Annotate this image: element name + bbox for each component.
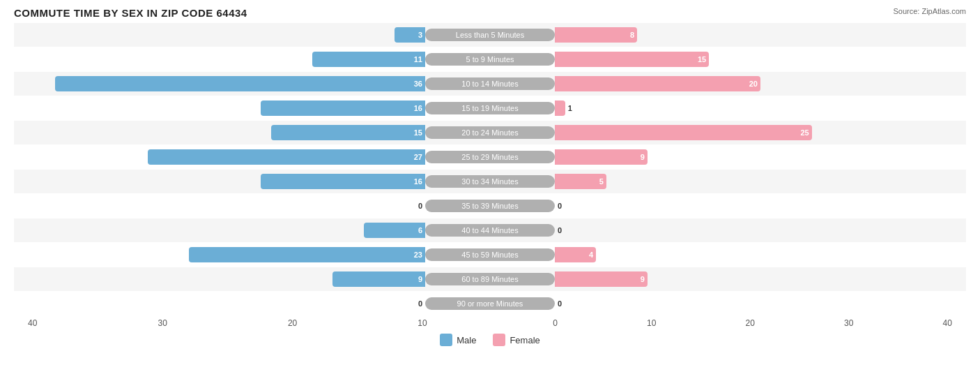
male-value: 6 — [418, 226, 422, 234]
axis-label: 20 — [746, 318, 755, 328]
male-value: 27 — [414, 153, 422, 161]
legend-row: Male Female — [14, 334, 966, 346]
female-section: 1 — [555, 96, 966, 120]
bars-area: 3Less than 5 Minutes8115 to 9 Minutes153… — [14, 23, 966, 315]
female-value: 9 — [641, 153, 645, 161]
female-section: 4 — [555, 243, 966, 267]
category-label: 5 to 9 Minutes — [425, 53, 555, 66]
axis-label: 40 — [943, 318, 952, 328]
female-legend-label: Female — [510, 335, 539, 345]
female-bar: 25 — [555, 125, 812, 140]
male-section: 9 — [14, 267, 425, 291]
female-bar: 4 — [555, 247, 596, 262]
female-legend-box — [493, 334, 505, 346]
female-section: 0 — [555, 292, 966, 315]
male-bar: 6 — [364, 223, 426, 238]
male-value: 16 — [414, 104, 422, 112]
female-value: 9 — [641, 275, 645, 283]
female-section: 5 — [555, 170, 966, 193]
male-bar: 9 — [332, 271, 425, 287]
male-section: 11 — [14, 47, 425, 71]
male-section: 0 — [14, 194, 425, 218]
bar-row: 1615 to 19 Minutes1 — [14, 96, 966, 120]
female-section: 9 — [555, 267, 966, 291]
bar-row: 3Less than 5 Minutes8 — [14, 23, 966, 47]
male-section: 15 — [14, 121, 425, 144]
female-bar: 9 — [555, 149, 648, 165]
female-bar: 20 — [555, 76, 760, 91]
female-section: 0 — [555, 218, 966, 242]
category-label: 10 to 14 Minutes — [425, 77, 555, 90]
female-value: 8 — [630, 31, 634, 39]
chart-container: COMMUTE TIME BY SEX IN ZIP CODE 64434 So… — [0, 0, 980, 365]
category-label: 45 to 59 Minutes — [425, 248, 555, 261]
category-label: 35 to 39 Minutes — [425, 200, 555, 212]
male-section: 23 — [14, 243, 425, 267]
axis-label: 0 — [553, 318, 558, 328]
axis-label: 10 — [418, 318, 427, 328]
female-bar: 9 — [555, 271, 648, 287]
source-label: Source: ZipAtlas.com — [893, 7, 966, 15]
female-value: 1 — [568, 104, 572, 112]
female-value: 0 — [558, 299, 562, 308]
axis-label: 40 — [28, 318, 37, 328]
bar-row: 960 to 89 Minutes9 — [14, 267, 966, 291]
female-bar: 5 — [555, 174, 606, 189]
male-value: 23 — [414, 251, 422, 259]
male-bar: 36 — [55, 76, 425, 91]
male-bar: 23 — [189, 247, 425, 262]
category-label: 60 to 89 Minutes — [425, 273, 555, 285]
female-bar: 15 — [555, 52, 709, 67]
male-value: 0 — [418, 202, 422, 210]
male-value: 11 — [414, 55, 422, 64]
male-section: 27 — [14, 145, 425, 169]
axis-row: 40302010010203040 — [14, 318, 966, 328]
male-bar: 16 — [261, 100, 425, 116]
legend-female: Female — [493, 334, 539, 346]
legend-male: Male — [440, 334, 476, 346]
female-section: 9 — [555, 145, 966, 169]
male-value: 36 — [414, 80, 422, 88]
male-value: 3 — [418, 31, 422, 39]
bar-row: 640 to 44 Minutes0 — [14, 218, 966, 242]
axis-label: 30 — [158, 318, 167, 328]
male-value: 15 — [414, 128, 422, 137]
female-section: 15 — [555, 47, 966, 71]
female-section: 25 — [555, 121, 966, 144]
female-value: 15 — [698, 55, 706, 64]
male-value: 16 — [414, 177, 422, 186]
female-value: 0 — [558, 226, 562, 234]
category-label: 30 to 34 Minutes — [425, 175, 555, 188]
bar-row: 3610 to 14 Minutes20 — [14, 72, 966, 96]
female-value: 4 — [589, 251, 593, 259]
female-bar: 8 — [555, 27, 637, 43]
category-label: 25 to 29 Minutes — [425, 151, 555, 163]
female-value: 25 — [801, 128, 809, 137]
bar-row: 1630 to 34 Minutes5 — [14, 170, 966, 193]
male-legend-box — [440, 334, 452, 346]
female-bar — [555, 100, 565, 116]
male-section: 16 — [14, 96, 425, 120]
male-legend-label: Male — [457, 335, 476, 345]
male-bar: 3 — [395, 27, 425, 43]
bar-row: 2345 to 59 Minutes4 — [14, 243, 966, 267]
category-label: 40 to 44 Minutes — [425, 224, 555, 237]
male-bar: 11 — [312, 52, 425, 67]
axis-label: 20 — [288, 318, 297, 328]
male-section: 3 — [14, 23, 425, 47]
bar-row: 035 to 39 Minutes0 — [14, 194, 966, 218]
male-bar: 16 — [261, 174, 425, 189]
male-section: 6 — [14, 218, 425, 242]
category-label: Less than 5 Minutes — [425, 29, 555, 41]
chart-title: COMMUTE TIME BY SEX IN ZIP CODE 64434 — [14, 7, 966, 19]
female-value: 0 — [558, 202, 562, 210]
axis-bottom: 40302010010203040 — [14, 317, 966, 328]
category-label: 90 or more Minutes — [425, 297, 555, 310]
category-label: 20 to 24 Minutes — [425, 126, 555, 139]
female-value: 20 — [749, 80, 758, 88]
bar-row: 2725 to 29 Minutes9 — [14, 145, 966, 169]
male-bar: 15 — [271, 125, 425, 140]
male-section: 0 — [14, 292, 425, 315]
male-section: 16 — [14, 170, 425, 193]
male-value: 9 — [418, 275, 422, 283]
